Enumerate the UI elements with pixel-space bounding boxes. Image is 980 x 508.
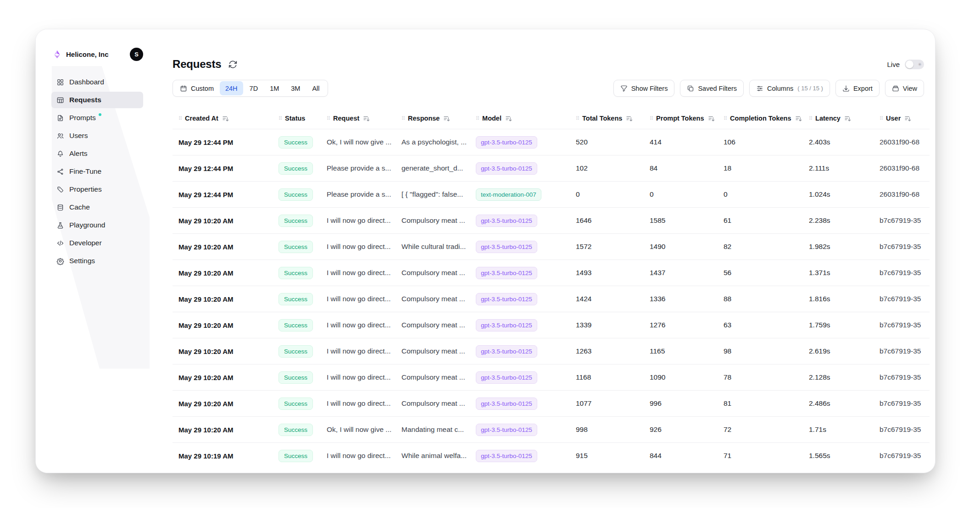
sidebar-item-users[interactable]: Users [51,127,143,144]
cell-created-at: May 29 10:20 AM [173,374,273,381]
cell-latency: 1.565s [803,452,874,460]
cell-response: Compulsory meat ... [395,216,470,225]
columns-button[interactable]: Columns ( 15 / 15 ) [749,80,830,97]
sidebar-item-dashboard[interactable]: Dashboard [51,74,143,90]
column-label: Latency [815,115,841,122]
table-row[interactable]: May 29 10:20 AMSuccessOk, I will now giv… [173,416,930,442]
table-row[interactable]: May 29 10:19 AMSuccessI will now go dire… [173,442,930,469]
sort-icon[interactable] [363,115,370,122]
sidebar-item-fine-tune[interactable]: Fine-Tune [51,163,143,180]
range-3m[interactable]: 3M [285,81,306,95]
cell-prompt-tokens: 926 [644,425,718,434]
column-header-prompt-tokens[interactable]: ⠿Prompt Tokens [644,115,718,122]
show-filters-button[interactable]: Show Filters [613,80,675,97]
column-header-model[interactable]: ⠿Model [470,115,570,122]
cell-prompt-tokens: 1336 [644,295,718,303]
range-7d[interactable]: 7D [244,81,264,95]
column-header-response[interactable]: ⠿Response [395,115,470,122]
cell-total-tokens: 915 [570,452,644,460]
status-badge: Success [278,398,313,410]
drag-handle-icon[interactable]: ⠿ [809,116,813,121]
export-button[interactable]: Export [835,80,880,97]
sidebar-item-developer[interactable]: Developer [51,235,143,251]
sidebar-item-label: Users [69,132,88,140]
sidebar-item-settings[interactable]: Settings [51,253,143,269]
drag-handle-icon[interactable]: ⠿ [327,116,330,121]
sort-icon[interactable] [904,115,911,122]
table-row[interactable]: May 29 10:20 AMSuccessI will now go dire… [173,286,930,312]
column-header-created-at[interactable]: ⠿Created At [173,115,273,122]
cell-model: gpt-3.5-turbo-0125 [470,267,570,279]
cell-completion-tokens: 18 [718,164,803,172]
table-row[interactable]: May 29 12:44 PMSuccessPlease provide a s… [173,155,930,181]
table-row[interactable]: May 29 12:44 PMSuccessOk, I will now giv… [173,129,930,155]
drag-handle-icon[interactable]: ⠿ [401,116,405,121]
live-toggle[interactable]: ✳ [905,60,924,69]
column-header-status[interactable]: ⠿Status [273,115,321,122]
table-row[interactable]: May 29 10:20 AMSuccessI will now go dire… [173,364,930,390]
sort-icon[interactable] [222,115,229,122]
sort-icon[interactable] [443,115,450,122]
cell-prompt-tokens: 414 [644,138,718,146]
sort-icon[interactable] [708,115,715,122]
table-row[interactable]: May 29 10:20 AMSuccessI will now go dire… [173,233,930,260]
show-filters-label: Show Filters [631,85,668,92]
sidebar-item-playground[interactable]: Playground [51,217,143,233]
sort-icon[interactable] [505,115,512,122]
sort-icon[interactable] [844,115,851,122]
column-header-completion-tokens[interactable]: ⠿Completion Tokens [718,115,803,122]
cell-completion-tokens: 81 [718,399,803,408]
column-header-total-tokens[interactable]: ⠿Total Tokens [570,115,644,122]
drag-handle-icon[interactable]: ⠿ [724,116,727,121]
drag-handle-icon[interactable]: ⠿ [650,116,653,121]
view-label: View [903,85,917,92]
cell-latency: 2.619s [803,347,874,355]
cell-user: b7c67919-35 [874,216,930,225]
column-header-latency[interactable]: ⠿Latency [803,115,874,122]
view-button[interactable]: View [885,80,924,97]
drag-handle-icon[interactable]: ⠿ [178,116,182,121]
drag-handle-icon[interactable]: ⠿ [476,116,479,121]
sidebar-item-prompts[interactable]: Prompts [51,110,143,126]
range-1m[interactable]: 1M [264,81,284,95]
table-row[interactable]: May 29 10:20 AMSuccessI will now go dire… [173,207,930,233]
sidebar-item-alerts[interactable]: Alerts [51,145,143,162]
column-header-request[interactable]: ⠿Request [321,115,395,122]
layers-icon [892,85,899,92]
sort-icon[interactable] [795,115,802,122]
table-row[interactable]: May 29 10:20 AMSuccessI will now go dire… [173,312,930,338]
saved-filters-button[interactable]: Saved Filters [680,80,744,97]
cell-total-tokens: 1263 [570,347,644,355]
range-all[interactable]: All [306,81,325,95]
table-row[interactable]: May 29 10:20 AMSuccessI will now go dire… [173,260,930,286]
table-row[interactable]: May 29 10:20 AMSuccessI will now go dire… [173,390,930,416]
sidebar-item-properties[interactable]: Properties [51,181,143,198]
cell-status: Success [273,267,321,279]
drag-handle-icon[interactable]: ⠿ [880,116,883,121]
column-header-user[interactable]: ⠿User [874,115,930,122]
table-row[interactable]: May 29 10:20 AMSuccessI will now go dire… [173,338,930,364]
cell-response: [ { "flagged": false... [395,190,470,199]
sort-icon[interactable] [626,115,633,122]
range-24h[interactable]: 24H [220,81,243,95]
cell-model: gpt-3.5-turbo-0125 [470,136,570,149]
custom-range-button[interactable]: Custom [173,80,219,96]
cell-created-at: May 29 12:44 PM [173,165,273,172]
cell-response: Compulsory meat ... [395,295,470,303]
table-row[interactable]: May 29 12:44 PMSuccessPlease provide a s… [173,181,930,207]
status-badge: Success [278,424,313,436]
cell-completion-tokens: 61 [718,216,803,225]
cell-completion-tokens: 0 [718,190,803,199]
avatar[interactable]: S [130,48,143,61]
refresh-icon[interactable] [228,60,238,69]
sidebar-item-requests[interactable]: Requests [51,92,143,108]
sidebar-item-cache[interactable]: Cache [51,199,143,215]
drag-handle-icon[interactable]: ⠿ [278,116,282,121]
cell-model: gpt-3.5-turbo-0125 [470,215,570,227]
fine-tune-icon [56,168,64,176]
drag-handle-icon[interactable]: ⠿ [576,116,579,121]
cell-total-tokens: 1572 [570,243,644,251]
column-label: Prompt Tokens [656,115,704,122]
model-badge: gpt-3.5-turbo-0125 [476,398,537,410]
sidebar-item-label: Properties [69,185,102,193]
